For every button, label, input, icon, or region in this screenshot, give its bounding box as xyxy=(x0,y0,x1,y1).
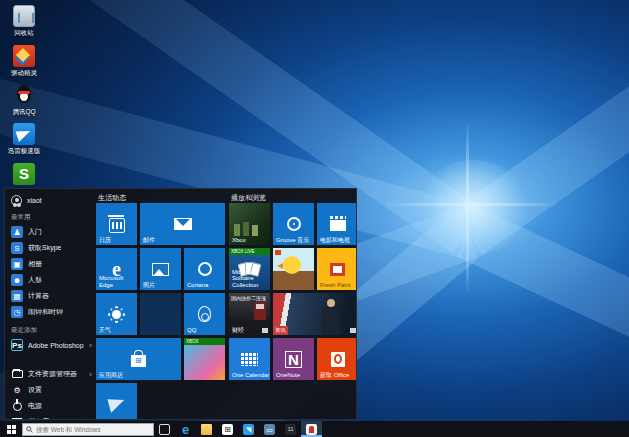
qq-penguin-icon xyxy=(13,84,35,106)
tile-groove[interactable]: Groove 音乐 xyxy=(273,203,314,245)
tile-onenote[interactable]: N OneNote xyxy=(273,338,314,380)
menu-item-settings[interactable]: ⚙ 设置 xyxy=(11,382,96,398)
tile-cortana[interactable]: Cortana xyxy=(184,248,225,290)
menu-item-alarms-clock[interactable]: ◷ 闹钟和时钟 xyxy=(11,304,96,320)
menu-item-photos[interactable]: ▣ 相册 xyxy=(11,256,96,272)
taskbar-search[interactable] xyxy=(22,423,154,436)
tile-weather[interactable]: 天气 xyxy=(96,293,137,335)
chevron-right-icon[interactable]: › xyxy=(89,341,92,350)
menu-item-get-skype[interactable]: S 获取Skype xyxy=(11,240,96,256)
chick-art xyxy=(283,256,301,274)
tile-calendar[interactable]: 日历 xyxy=(96,203,137,245)
news-headline: 国内油价二连涨 xyxy=(231,295,266,301)
desktop: 回收站 驱动精灵 腾讯QQ 迅雷极速版 S xiaot 最常用 ♟ 入门 S xyxy=(0,0,629,437)
tile-xbox[interactable]: Xbox xyxy=(229,203,270,245)
qq-outline-icon xyxy=(198,306,211,322)
start-menu: xiaot 最常用 ♟ 入门 S 获取Skype ▣ 相册 ☻ 人脉 ▦ 计算器 xyxy=(4,188,357,420)
tile-badge xyxy=(262,328,268,333)
desktop-icon-driver-genius[interactable]: 驱动精灵 xyxy=(2,45,46,76)
menu-item-all-apps[interactable]: 所有应用 新增 xyxy=(11,414,96,420)
video-app-icon xyxy=(264,424,275,435)
tile-fresh-paint[interactable]: Fresh Paint xyxy=(317,248,357,290)
cortana-icon xyxy=(198,262,212,276)
photos-icon xyxy=(152,263,169,276)
taskbar-file-explorer[interactable] xyxy=(196,421,217,437)
xbox-banner: XBOX xyxy=(184,338,225,345)
people-icon: ☻ xyxy=(11,274,23,286)
file-explorer-icon xyxy=(11,368,23,380)
store-bag-icon xyxy=(131,355,146,367)
s-app-icon: S xyxy=(13,163,35,185)
game-app-icon xyxy=(306,424,317,435)
start-button[interactable] xyxy=(0,421,22,437)
start-menu-left-column: xiaot 最常用 ♟ 入门 S 获取Skype ▣ 相册 ☻ 人脉 ▦ 计算器 xyxy=(5,189,96,420)
photos-icon: ▣ xyxy=(11,258,23,270)
desktop-icon-label: 迅雷极速版 xyxy=(2,147,46,154)
task-view-icon xyxy=(159,424,170,435)
taskbar-store[interactable]: ⊞ xyxy=(217,421,238,437)
recycle-bin-icon xyxy=(13,5,35,27)
tile-edge[interactable]: e Microsoft Edge xyxy=(96,248,137,290)
mail-envelope-icon xyxy=(174,218,192,230)
search-icon xyxy=(26,426,33,433)
calculator-icon: ▦ xyxy=(11,290,23,302)
desktop-icon-label: 驱动精灵 xyxy=(2,69,46,76)
tile-store[interactable]: 应用商店 xyxy=(96,338,181,380)
thunder-bird-icon xyxy=(243,424,254,435)
tile-group-header-life: 生活动态 xyxy=(98,193,126,203)
thunder-bird-icon xyxy=(13,123,35,145)
clapperboard-icon xyxy=(330,220,346,231)
wallpaper-glow xyxy=(418,160,528,255)
news-label-chip: 资讯 xyxy=(273,326,288,335)
office-icon xyxy=(331,352,345,367)
tile-chick-game[interactable] xyxy=(273,248,314,290)
flag-icon xyxy=(275,250,281,255)
tile-one-calendar[interactable]: One Calendar xyxy=(229,338,270,380)
tile-photos[interactable]: 照片 xyxy=(140,248,181,290)
taskbar-game-app-active[interactable] xyxy=(301,421,322,437)
tile-qq[interactable]: QQ xyxy=(184,293,225,335)
edge-icon: e xyxy=(180,424,191,435)
calendar-icon xyxy=(109,218,125,233)
task-view-button[interactable] xyxy=(154,421,175,437)
paper-plane-icon xyxy=(107,395,126,413)
taskbar-thunder[interactable] xyxy=(238,421,259,437)
menu-item-people[interactable]: ☻ 人脉 xyxy=(11,272,96,288)
tile-get-office[interactable]: 获取 Office xyxy=(317,338,357,380)
user-name: xiaot xyxy=(27,197,42,204)
dark-app-icon: 11 xyxy=(285,424,296,435)
gear-icon: ⚙ xyxy=(11,384,23,396)
desktop-icon-recycle-bin[interactable]: 回收站 xyxy=(2,5,46,36)
taskbar-dark-app[interactable]: 11 xyxy=(280,421,301,437)
desktop-icon-label: 腾讯QQ xyxy=(2,108,46,115)
tile-send[interactable] xyxy=(96,383,137,420)
user-account-button[interactable]: xiaot xyxy=(11,193,96,207)
tile-news-finance[interactable]: 国内油价二连涨 财经 xyxy=(229,293,270,335)
section-header-most-used: 最常用 xyxy=(11,213,96,222)
tile-movies-tv[interactable]: 电影和电视 xyxy=(317,203,357,245)
desktop-icon-tencent-qq[interactable]: 腾讯QQ xyxy=(2,84,46,115)
taskbar-edge[interactable]: e xyxy=(175,421,196,437)
news-photo-person xyxy=(320,299,342,335)
tile-news[interactable]: 资讯 xyxy=(273,293,357,335)
desktop-icon-thunder[interactable]: 迅雷极速版 xyxy=(2,123,46,154)
menu-item-file-explorer[interactable]: 文件资源管理器 › xyxy=(11,366,96,382)
tile-solitaire[interactable]: XBOX LIVE Microsoft Solitaire Collection xyxy=(229,248,270,290)
tile-empty[interactable] xyxy=(140,293,181,335)
tile-mail[interactable]: 邮件 xyxy=(140,203,225,245)
menu-item-power[interactable]: 电源 xyxy=(11,398,96,414)
desktop-icon-s-app[interactable]: S xyxy=(2,163,46,185)
get-started-icon: ♟ xyxy=(11,226,23,238)
taskbar-video-app[interactable] xyxy=(259,421,280,437)
menu-item-photoshop[interactable]: Ps Adobe Photoshop U... › xyxy=(11,337,96,353)
desktop-icon-label: 回收站 xyxy=(2,29,46,36)
chevron-right-icon[interactable]: › xyxy=(89,370,92,379)
photoshop-icon: Ps xyxy=(11,339,23,351)
menu-item-get-started[interactable]: ♟ 入门 xyxy=(11,224,96,240)
easel-icon xyxy=(330,263,345,276)
tile-xbox-game[interactable]: XBOX xyxy=(184,338,225,380)
power-icon xyxy=(11,400,23,412)
petrol-pump-photo xyxy=(254,302,266,320)
search-input[interactable] xyxy=(36,426,146,433)
menu-item-calculator[interactable]: ▦ 计算器 xyxy=(11,288,96,304)
